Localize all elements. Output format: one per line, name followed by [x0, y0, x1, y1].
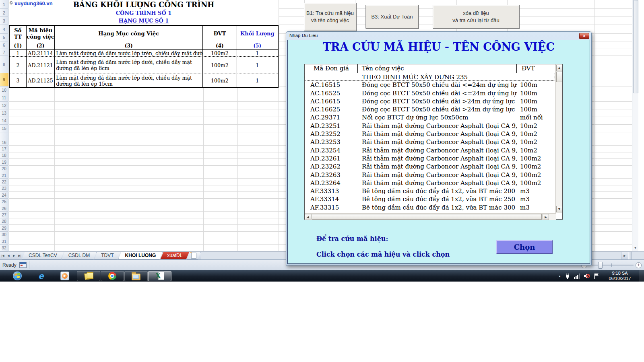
list-row[interactable]: AC.16515Đóng cọc BTCT 50x50 chiều dài <=… [305, 81, 555, 89]
list-row[interactable]: AD.23251Rải thảm mặt đường Carboncor Asp… [305, 122, 555, 130]
row-header[interactable]: 19 [0, 159, 8, 165]
row-header[interactable]: 23 [0, 185, 8, 192]
list-row[interactable]: AD.23253Rải thảm mặt đường Carboncor Asp… [305, 138, 555, 146]
row-header[interactable]: 21 [0, 172, 8, 179]
list-vscroll-thumb[interactable] [556, 72, 562, 82]
row-header[interactable]: 29 [0, 225, 8, 231]
action-center-flag-icon[interactable] [594, 273, 599, 279]
sheet-tab-csdl-dm[interactable]: CSDL DM [62, 252, 97, 259]
row-header[interactable]: 10 [0, 86, 8, 94]
sheet-tab-khoi-luong[interactable]: KHOI LUONG [118, 252, 163, 259]
list-vertical-scrollbar[interactable]: ▲ ▼ [555, 64, 562, 213]
row-header[interactable]: 5 [0, 34, 8, 41]
list-row[interactable]: AC.16615Đóng cọc BTCT 50x50 chiều dài >2… [305, 97, 555, 105]
internet-explorer-button[interactable]: e [29, 271, 53, 281]
code-lookup-list[interactable]: Mã Đơn giá Tên công việc ĐVT THEO ĐỊNH M… [304, 64, 563, 220]
sheet-vscroll-down-icon[interactable]: ▼ [633, 245, 638, 251]
table-header-cell[interactable]: Mã hiệu công việc [27, 26, 55, 42]
cell-code[interactable]: AD.21125 [27, 74, 55, 87]
row-header[interactable]: 2 [0, 9, 8, 17]
row-header[interactable]: 3 [0, 17, 8, 25]
sheet-tab-tdvt[interactable]: TDVT [94, 252, 120, 259]
list-row[interactable]: AC.16525Đóng cọc BTCT 50x50 chiều dài <=… [305, 89, 555, 97]
list-row[interactable]: AF.33315Bê tông dầm cầu đúc đẩy đá 1x2, … [305, 204, 555, 212]
list-row[interactable]: AC.16625Đóng cọc BTCT 50x50 chiều dài >2… [305, 105, 555, 113]
cell-code[interactable]: AD.21114 [27, 50, 55, 57]
row-header[interactable]: 27 [0, 212, 8, 218]
macro-record-icon[interactable] [19, 262, 27, 268]
cell-desc[interactable]: Làm mặt đường đá dăm nước lớp dưới, chiề… [55, 57, 203, 74]
choose-button[interactable]: Chọn [496, 240, 553, 254]
cell-qty[interactable]: 1 [237, 57, 278, 74]
list-row[interactable]: AD.23262Rải thảm mặt đường Carboncor Asp… [305, 162, 555, 171]
cell-code[interactable]: AD.21121 [27, 57, 55, 74]
row-header[interactable] [0, 132, 8, 139]
clear-data-button[interactable]: xóa dữ liệu và tra cứu lại từ đầu [433, 5, 519, 29]
lookup-code-button[interactable]: B1: Tra cứu mã hiệu và tên công việc [304, 3, 356, 31]
table-index-cell[interactable]: (3) [55, 42, 203, 50]
row-header[interactable]: 20 [0, 166, 8, 172]
list-row[interactable]: AF.33313Bê tông dầm cầu đúc đẩy đá 1x2, … [305, 187, 555, 195]
start-button[interactable] [6, 271, 29, 281]
list-vscroll-up-icon[interactable]: ▲ [556, 65, 562, 71]
row-header[interactable]: 22 [0, 179, 8, 185]
cell-qty[interactable]: 1 [237, 74, 278, 87]
row-header[interactable]: 13 [0, 109, 8, 117]
row-header[interactable]: 1 [0, 0, 8, 9]
cell-desc[interactable]: Làm mặt đường đá dăm nước lớp dưới, chiề… [55, 74, 203, 87]
cell-unit[interactable]: 100m2 [203, 57, 237, 74]
zoom-in-icon[interactable]: + [636, 262, 642, 268]
row-header[interactable]: 14 [0, 117, 8, 125]
row-header[interactable]: 31 [0, 238, 8, 245]
previous-sheet-icon[interactable]: ◀ [6, 252, 11, 259]
list-row[interactable]: AD.23264Rải thảm mặt đường Carboncor Asp… [305, 179, 555, 187]
cell-stt[interactable]: 2 [10, 57, 27, 74]
list-row[interactable]: AF.33314Bê tông dầm cầu đúc đẩy đá 1x2, … [305, 195, 555, 203]
row-header[interactable]: 8 [0, 56, 8, 73]
excel-button[interactable]: X [148, 271, 171, 281]
chrome-button[interactable] [101, 271, 124, 281]
row-header[interactable]: 11 [0, 94, 8, 102]
list-horizontal-scrollbar[interactable]: ◀ ▶ [305, 213, 556, 220]
row-header[interactable]: 4 [0, 25, 8, 34]
row-header[interactable]: 6 [0, 41, 8, 49]
sheet-vertical-scrollbar[interactable]: ▼ [632, 0, 638, 251]
sticky-notes-button[interactable] [77, 271, 100, 281]
dialog-close-button[interactable]: × [579, 33, 589, 39]
hscroll-right-icon[interactable]: ▶ [621, 252, 628, 259]
export-estimate-button[interactable]: B3: Xuất Dự Toán [365, 5, 419, 29]
network-signal-icon[interactable] [574, 274, 580, 279]
table-header-cell[interactable]: ĐVT [203, 26, 237, 42]
list-row[interactable]: AD.23254Rải thảm mặt đường Carboncor Asp… [305, 146, 555, 154]
list-hscroll-thumb[interactable] [312, 214, 542, 220]
cell-desc[interactable]: Làm mặt đường đá dăm nước lớp trên, chiề… [55, 50, 203, 57]
sheet-vscroll-thumb[interactable] [633, 0, 638, 93]
tab-split-handle[interactable] [628, 252, 632, 259]
list-row[interactable]: AD.23252Rải thảm mặt đường Carboncor Asp… [305, 130, 555, 138]
row-header[interactable]: 25 [0, 199, 8, 205]
cell-stt[interactable]: 1 [10, 50, 27, 57]
zoom-slider-thumb[interactable] [598, 262, 603, 269]
table-index-cell[interactable]: (1) [10, 42, 27, 50]
row-header[interactable]: 26 [0, 205, 8, 212]
table-index-cell[interactable]: (5) [237, 42, 278, 50]
sheet-tab-xuatdl[interactable]: xuatDL [160, 252, 189, 259]
next-sheet-icon[interactable]: ▶ [11, 252, 17, 259]
media-player-button[interactable]: ▶ [53, 271, 76, 281]
row-header[interactable]: 18 [0, 152, 8, 159]
cell-stt[interactable]: 3 [10, 74, 27, 87]
show-desktop-button[interactable] [639, 270, 644, 282]
list-row[interactable]: AD.23263Rải thảm mặt đường Carboncor Asp… [305, 171, 555, 179]
table-index-cell[interactable]: (4) [203, 42, 237, 50]
table-header-cell[interactable]: Hạng Mục công Việc [55, 26, 203, 42]
row-header[interactable]: 12 [0, 102, 8, 109]
row-header[interactable]: 15 [0, 125, 8, 132]
power-plug-icon[interactable] [565, 273, 570, 279]
last-sheet-icon[interactable]: ▶| [17, 252, 23, 259]
tray-expand-icon[interactable]: ▲ [558, 275, 561, 278]
list-vscroll-down-icon[interactable]: ▼ [556, 206, 562, 212]
row-header[interactable]: 30 [0, 232, 8, 238]
cell-unit[interactable]: 100m2 [203, 74, 237, 87]
first-sheet-icon[interactable]: |◀ [0, 252, 6, 259]
cell-unit[interactable]: 100m2 [203, 50, 237, 57]
